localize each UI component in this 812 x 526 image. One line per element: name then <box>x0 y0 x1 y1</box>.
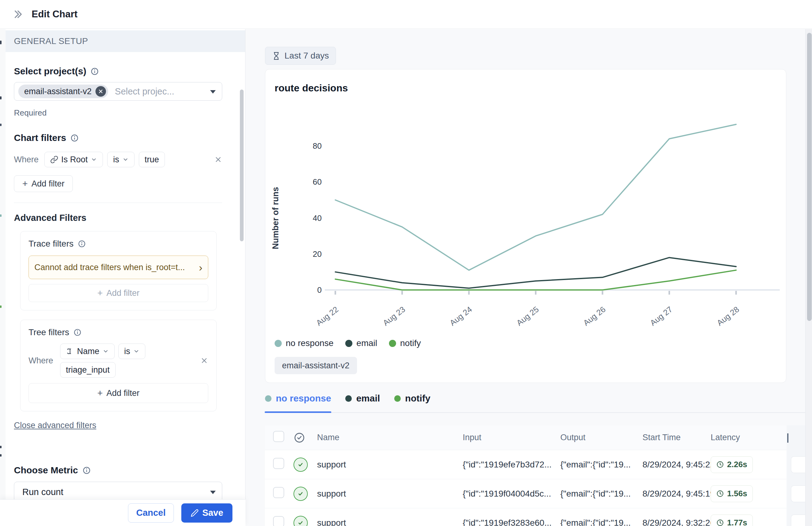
link-icon <box>50 156 58 163</box>
cell-input: {"id":"1919f04004d5c... <box>463 489 560 499</box>
svg-text:20: 20 <box>313 249 322 259</box>
tree-filters-label: Tree filters <box>29 327 208 337</box>
chart-card: route decisions 806040200Aug 22Aug 23Aug… <box>265 69 786 383</box>
svg-text:80: 80 <box>313 141 322 150</box>
where-label: Where <box>14 155 39 164</box>
table-row[interactable]: support {"id":"1919ef3283e60... {"email"… <box>265 508 787 526</box>
svg-text:Aug 22: Aug 22 <box>314 305 340 327</box>
svg-text:Aug 26: Aug 26 <box>581 305 607 327</box>
caret-down-icon <box>210 90 216 93</box>
tree-value-label: triage_input <box>66 365 110 375</box>
info-icon[interactable] <box>78 240 86 248</box>
clipped-badge <box>791 485 805 502</box>
legend-item-no-response[interactable]: no response <box>275 338 333 348</box>
page-scrollbar[interactable] <box>805 29 812 526</box>
filter-field-button[interactable]: Is Root <box>44 152 103 167</box>
tab-email[interactable]: email <box>345 393 380 412</box>
filter-operator-button[interactable]: is <box>107 152 134 167</box>
legend-item-email[interactable]: email <box>345 338 377 348</box>
collapse-drawer-icon[interactable] <box>12 9 24 20</box>
tree-filters-card: Tree filters Where Na <box>20 320 217 411</box>
info-icon[interactable] <box>73 328 82 336</box>
info-icon[interactable] <box>83 466 91 474</box>
chart-preview-area: Last 7 days route decisions 806040200Aug… <box>245 29 812 526</box>
clipped-badge <box>791 456 805 473</box>
header-start-time[interactable]: Start Time <box>642 433 711 442</box>
tab-notify[interactable]: notify <box>394 393 431 412</box>
tab-no-response[interactable]: no response <box>265 393 331 412</box>
cancel-button[interactable]: Cancel <box>128 503 174 523</box>
trace-filters-warning[interactable]: Cannot add trace filters when is_root=t.… <box>29 255 208 279</box>
remove-filter-icon[interactable] <box>214 156 222 163</box>
chart-project-chip: email-assistant-v2 <box>275 357 357 374</box>
success-status-icon <box>293 457 308 472</box>
series-dot-dark <box>345 395 352 402</box>
select-all-checkbox[interactable] <box>273 431 284 442</box>
header-input[interactable]: Input <box>463 433 560 442</box>
remove-tree-filter-icon[interactable] <box>200 356 208 365</box>
cell-name: support <box>317 460 463 470</box>
info-icon[interactable] <box>90 67 99 76</box>
svg-text:0: 0 <box>317 285 322 295</box>
series-dot-green <box>389 340 396 347</box>
row-checkbox[interactable] <box>273 516 284 526</box>
drawer-footer: Cancel Save <box>0 499 245 526</box>
filter-value-button[interactable]: true <box>139 152 165 167</box>
add-tree-filter-button[interactable]: + Add filter <box>29 383 208 403</box>
tree-filter-row: Where Name is <box>29 344 208 378</box>
project-select[interactable]: email-assistant-v2 Select projec... <box>14 82 222 101</box>
choose-metric-label: Choose Metric <box>14 465 222 476</box>
filter-value-label: true <box>145 155 159 164</box>
cell-output: {"email":{"id":"19... <box>560 460 642 470</box>
text-cursor-icon <box>66 347 74 355</box>
cell-start-time: 8/29/2024, 9:45:22... <box>642 460 711 470</box>
svg-text:Aug 28: Aug 28 <box>715 305 741 327</box>
latency-badge: 2.26s <box>711 456 753 473</box>
svg-text:Aug 24: Aug 24 <box>448 305 474 327</box>
time-range-chip[interactable]: Last 7 days <box>265 47 336 65</box>
project-chip[interactable]: email-assistant-v2 <box>18 85 108 98</box>
cell-output: {"email":{"id":"19... <box>560 489 642 499</box>
header-name[interactable]: Name <box>317 433 463 442</box>
tree-field-label: Name <box>77 347 100 356</box>
filter-field-label: Is Root <box>61 155 88 164</box>
clipped-badge <box>791 514 805 526</box>
header-output[interactable]: Output <box>560 433 642 442</box>
close-advanced-filters-link[interactable]: Close advanced filters <box>14 421 97 430</box>
header-latency[interactable]: Latency <box>711 433 787 442</box>
add-filter-label: Add filter <box>106 389 140 398</box>
line-chart: 806040200Aug 22Aug 23Aug 24Aug 25Aug 26A… <box>265 69 786 383</box>
add-chart-filter-button[interactable]: + Add filter <box>14 175 73 192</box>
tree-field-button[interactable]: Name <box>60 344 115 359</box>
chevron-down-icon <box>122 157 129 163</box>
legend-item-notify[interactable]: notify <box>389 338 421 348</box>
tree-operator-button[interactable]: is <box>118 344 146 359</box>
divider <box>14 203 222 203</box>
panel-scrollbar[interactable] <box>240 89 244 241</box>
table-row[interactable]: support {"id":"1919f04004d5c... {"email"… <box>265 479 787 508</box>
series-dot-dark <box>345 340 352 347</box>
row-checkbox[interactable] <box>273 458 284 469</box>
hourglass-icon <box>272 52 280 60</box>
svg-text:Aug 27: Aug 27 <box>648 305 674 327</box>
chart-filter-row: Where Is Root is true <box>14 152 222 167</box>
tree-value-button[interactable]: triage_input <box>60 362 116 378</box>
trace-filters-label-text: Trace filters <box>29 239 73 249</box>
metric-select[interactable]: Run count <box>14 482 222 499</box>
svg-text:60: 60 <box>313 177 322 187</box>
row-checkbox[interactable] <box>273 487 284 498</box>
info-icon[interactable] <box>70 134 79 142</box>
add-trace-filter-button[interactable]: + Add filter <box>29 284 208 302</box>
trace-filters-warning-text: Cannot add trace filters when is_root=t.… <box>34 263 185 272</box>
page-scrollbar-thumb[interactable] <box>807 33 812 321</box>
table-row[interactable]: support {"id":"1919efe7b3d72... {"email"… <box>265 450 787 479</box>
save-button[interactable]: Save <box>181 503 232 523</box>
legend-label: notify <box>400 338 421 348</box>
clock-icon <box>716 490 724 497</box>
clock-icon <box>716 461 724 468</box>
cell-start-time: 8/29/2024, 9:32:26... <box>642 518 711 526</box>
cell-output: {"email":{"id":"19... <box>560 518 642 526</box>
cell-input: {"id":"1919ef3283e60... <box>463 518 560 526</box>
underlying-page-strip <box>0 29 5 526</box>
remove-project-icon[interactable] <box>96 86 106 97</box>
